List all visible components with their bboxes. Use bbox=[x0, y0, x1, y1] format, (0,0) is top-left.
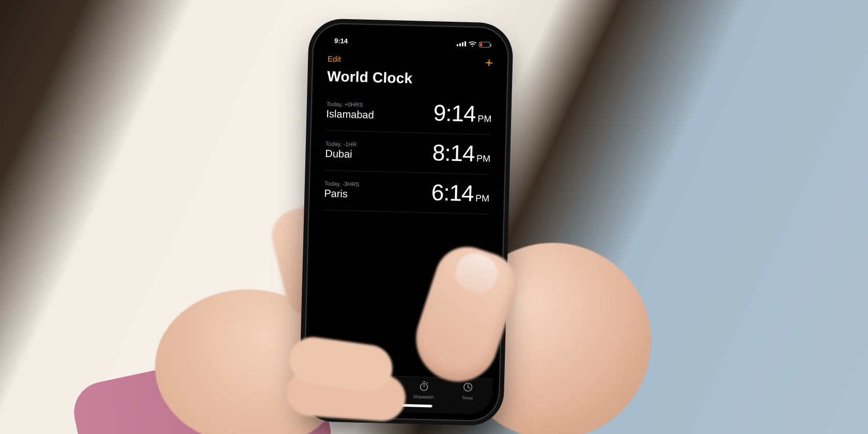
world-clock-row[interactable]: Today, +0HRSIslamabad9:14PM bbox=[326, 91, 492, 135]
stopwatch-icon bbox=[418, 380, 430, 393]
world-clock-row[interactable]: Today, -3HRSParis6:14PM bbox=[324, 171, 490, 214]
page-title: World Clock bbox=[319, 65, 501, 95]
clock-offset-label: Today, -1HR bbox=[326, 140, 357, 147]
wifi-icon bbox=[469, 41, 476, 47]
add-city-button[interactable]: + bbox=[485, 56, 493, 69]
tab-label: Stopwatch bbox=[413, 394, 434, 399]
clock-offset-label: Today, -3HRS bbox=[324, 180, 360, 187]
clock-time: 8:14PM bbox=[432, 140, 491, 167]
clock-city-label: Dubai bbox=[325, 147, 357, 160]
tab-timer[interactable]: Timer bbox=[445, 381, 490, 401]
notch bbox=[372, 31, 450, 47]
clock-city-label: Islamabad bbox=[326, 107, 374, 120]
world-clock-row[interactable]: Today, -1HRDubai8:14PM bbox=[325, 131, 491, 175]
tab-label: Timer bbox=[462, 395, 473, 401]
clock-time: 6:14PM bbox=[431, 179, 490, 207]
clock-offset-label: Today, +0HRS bbox=[327, 100, 375, 107]
clock-time: 9:14PM bbox=[433, 100, 492, 127]
tab-stopwatch[interactable]: Stopwatch bbox=[401, 380, 446, 400]
cellular-signal-icon bbox=[457, 41, 466, 46]
battery-icon bbox=[479, 41, 490, 48]
status-time: 9:14 bbox=[334, 37, 348, 45]
timer-icon bbox=[462, 381, 474, 394]
clock-city-label: Paris bbox=[324, 187, 359, 200]
edit-button[interactable]: Edit bbox=[328, 54, 341, 63]
